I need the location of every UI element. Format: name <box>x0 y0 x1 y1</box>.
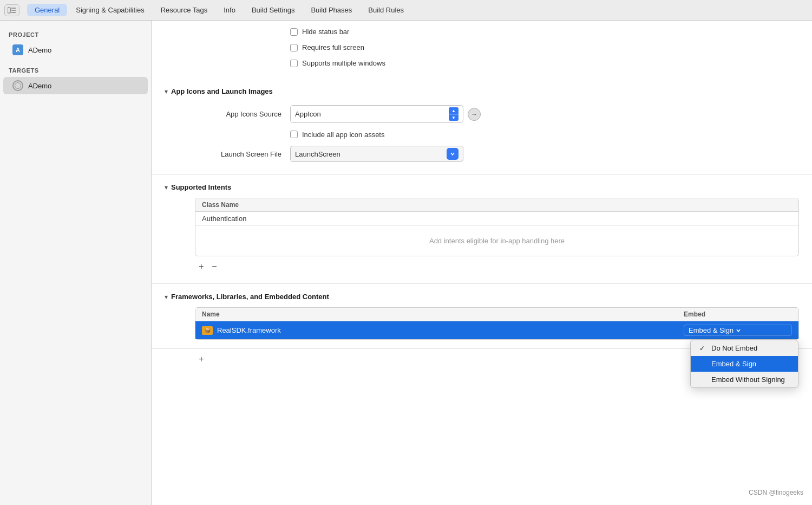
frameworks-chevron[interactable]: ▾ <box>165 293 168 301</box>
sidebar-toggle-button[interactable] <box>4 4 19 16</box>
supports-multiwindow-label: Supports multiple windows <box>302 59 385 67</box>
frameworks-header: ▾ Frameworks, Libraries, and Embedded Co… <box>152 293 812 307</box>
sidebar-item-target-ademo[interactable]: ADemo <box>3 77 148 94</box>
hide-status-checkbox[interactable] <box>290 28 298 36</box>
class-name-col-header: Class Name <box>202 201 239 209</box>
include-all-icons-label: Include all app icon assets <box>302 131 384 139</box>
frameworks-table: Name Embed 📦 RealSDK.framework Embed & S… <box>195 307 799 340</box>
fw-name-header: Name <box>202 310 684 318</box>
app-icons-source-select[interactable]: AppIcon ▲ ▼ <box>290 105 463 123</box>
app-icons-source-control: AppIcon ▲ ▼ → <box>290 105 481 123</box>
app-icons-source-value: AppIcon <box>295 110 447 118</box>
app-icons-chevron[interactable]: ▾ <box>165 88 168 95</box>
project-icon: A <box>12 44 24 56</box>
section-app-icons: ▾ App Icons and Launch Images App Icons … <box>152 79 812 174</box>
app-icons-stepper[interactable]: ▲ ▼ <box>449 107 459 121</box>
remove-intent-button[interactable]: − <box>208 261 221 273</box>
supports-multiwindow-checkbox[interactable] <box>290 60 298 67</box>
class-name-value: Authentication <box>202 215 246 223</box>
tab-build-phases[interactable]: Build Phases <box>303 4 359 16</box>
framework-icon: 📦 <box>202 326 213 335</box>
main-layout: PROJECT A ADemo TARGETS ADemo Hide statu… <box>0 21 812 505</box>
embed-dropdown-btn[interactable]: Embed & Sign <box>684 325 792 336</box>
intents-table-body: Authentication <box>195 212 798 225</box>
section-supported-intents: ▾ Supported Intents Class Name Authentic… <box>152 174 812 284</box>
app-icons-source-label: App Icons Source <box>195 110 281 118</box>
top-checkboxes: Hide status bar Requires full screen Sup… <box>152 21 812 79</box>
supported-intents-header: ▾ Supported Intents <box>152 183 812 198</box>
launch-screen-label: Launch Screen File <box>195 150 281 158</box>
add-remove-row: + − <box>152 256 812 275</box>
tab-build-settings[interactable]: Build Settings <box>244 4 303 16</box>
stepper-down-icon[interactable]: ▼ <box>449 114 459 121</box>
checkbox-row-requires-fullscreen: Requires full screen <box>290 41 799 54</box>
add-framework-button[interactable]: + <box>195 353 208 365</box>
dropdown-item-do-not-embed[interactable]: ✓ Do Not Embed <box>691 340 798 356</box>
hide-status-label: Hide status bar <box>302 28 349 36</box>
project-section-title: PROJECT <box>0 29 151 41</box>
requires-fullscreen-checkbox[interactable] <box>290 44 298 51</box>
intents-table: Class Name Authentication Add intents el… <box>195 198 799 256</box>
app-icons-title: App Icons and Launch Images <box>171 87 273 95</box>
include-all-icons-row: Include all app icon assets <box>152 126 812 143</box>
do-not-embed-label: Do Not Embed <box>711 344 757 352</box>
framework-row-realSDK[interactable]: 📦 RealSDK.framework Embed & Sign ✓ Do No… <box>195 321 798 339</box>
content-area: Hide status bar Requires full screen Sup… <box>152 21 812 505</box>
embed-dropdown-menu: ✓ Do Not Embed Embed & Sign Embed Withou… <box>690 340 798 388</box>
app-icons-header: ▾ App Icons and Launch Images <box>152 87 812 102</box>
launch-screen-row: Launch Screen File LaunchScreen <box>152 143 812 165</box>
app-icons-nav-arrow[interactable]: → <box>468 108 481 121</box>
dropdown-item-embed-without-signing[interactable]: Embed Without Signing <box>691 372 798 387</box>
launch-screen-value: LaunchScreen <box>295 150 444 158</box>
tab-info[interactable]: Info <box>216 4 243 16</box>
embed-sign-label: Embed & Sign <box>711 360 756 368</box>
do-not-embed-check: ✓ <box>699 345 707 352</box>
section-frameworks: ▾ Frameworks, Libraries, and Embedded Co… <box>152 284 812 349</box>
tab-signing[interactable]: Signing & Capabilities <box>68 4 152 16</box>
sidebar-item-project[interactable]: A ADemo <box>3 41 148 59</box>
dropdown-item-embed-sign[interactable]: Embed & Sign <box>691 356 798 372</box>
fw-embed-header: Embed <box>684 310 792 318</box>
intents-empty-text: Add intents eligible for in-app handling… <box>195 225 798 256</box>
sidebar: PROJECT A ADemo TARGETS ADemo <box>0 21 152 505</box>
frameworks-table-header: Name Embed <box>195 308 798 321</box>
checkbox-row-hide-status: Hide status bar <box>290 25 799 38</box>
supported-intents-title: Supported Intents <box>171 183 231 191</box>
embed-cell: Embed & Sign <box>684 325 792 336</box>
include-all-icons-checkbox[interactable] <box>290 131 298 138</box>
frameworks-title: Frameworks, Libraries, and Embedded Cont… <box>171 293 329 301</box>
targets-section-title: TARGETS <box>0 65 151 77</box>
watermark: CSDN @finogeeks <box>749 489 803 496</box>
svg-rect-0 <box>8 8 10 13</box>
tab-bar: General Signing & Capabilities Resource … <box>0 0 812 21</box>
launch-screen-dropdown-btn[interactable] <box>447 148 459 160</box>
stepper-up-icon[interactable]: ▲ <box>449 107 459 114</box>
tab-resource-tags[interactable]: Resource Tags <box>153 4 215 16</box>
add-intent-button[interactable]: + <box>195 261 208 273</box>
requires-fullscreen-label: Requires full screen <box>302 43 364 51</box>
app-icons-source-row: App Icons Source AppIcon ▲ ▼ → <box>152 102 812 126</box>
project-label: ADemo <box>28 46 51 54</box>
supported-intents-chevron[interactable]: ▾ <box>165 184 168 191</box>
include-all-icons-control: Include all app icon assets <box>290 131 384 139</box>
framework-name: RealSDK.framework <box>217 326 684 334</box>
tab-general[interactable]: General <box>27 4 67 16</box>
embed-dropdown-value: Embed & Sign <box>689 326 734 334</box>
target-icon <box>12 80 24 92</box>
launch-screen-select[interactable]: LaunchScreen <box>290 146 463 162</box>
checkbox-row-supports-multiwindow: Supports multiple windows <box>290 56 799 70</box>
embed-without-signing-label: Embed Without Signing <box>711 375 785 384</box>
intents-table-header: Class Name <box>195 198 798 212</box>
tab-build-rules[interactable]: Build Rules <box>361 4 411 16</box>
target-label: ADemo <box>28 82 51 90</box>
